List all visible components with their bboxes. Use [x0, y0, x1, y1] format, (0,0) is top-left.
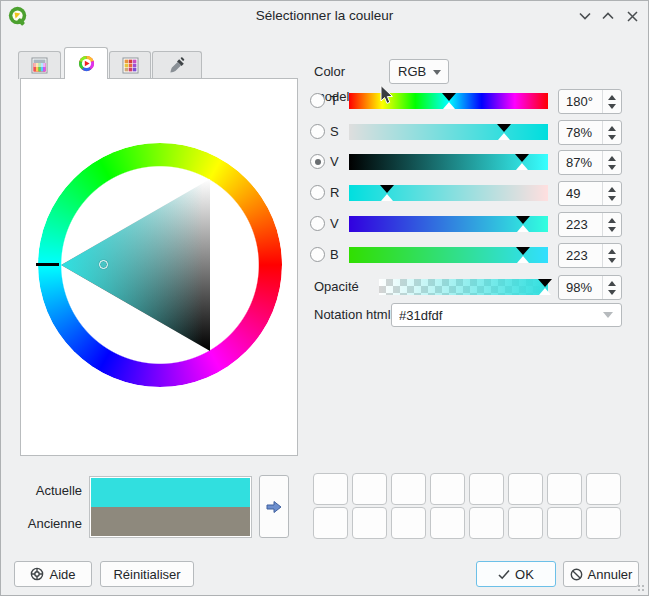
slider-handle[interactable]	[380, 185, 394, 201]
spin-up-icon[interactable]	[608, 126, 616, 131]
color-model-dropdown[interactable]: RGB	[389, 59, 449, 84]
sv-selector-circle[interactable]	[99, 260, 108, 269]
red-slider[interactable]	[349, 185, 548, 201]
palette-swatch[interactable]	[469, 507, 504, 539]
radio-hue[interactable]	[310, 93, 325, 108]
palette-swatch[interactable]	[586, 473, 621, 505]
notation-input[interactable]	[392, 304, 592, 326]
tab-color-sampler[interactable]	[152, 51, 202, 79]
radio-red[interactable]	[310, 185, 325, 200]
chevron-down-icon	[433, 70, 441, 75]
spin-down-icon[interactable]	[608, 165, 616, 170]
palette-swatch[interactable]	[352, 507, 387, 539]
cancel-button[interactable]: Annuler	[563, 561, 639, 587]
spin-up-icon[interactable]	[608, 95, 616, 100]
radio-blue[interactable]	[310, 247, 325, 262]
resize-grip[interactable]	[638, 585, 646, 593]
window-close-button[interactable]	[623, 7, 641, 25]
reset-button-label: Réinitialiser	[113, 567, 180, 582]
window-shade-button[interactable]	[576, 7, 594, 25]
spin-up-icon[interactable]	[608, 249, 616, 254]
apply-color-button[interactable]	[259, 475, 289, 538]
tab-color-wheel[interactable]	[64, 47, 108, 79]
help-button[interactable]: Aide	[14, 561, 92, 587]
window-maximize-button[interactable]	[599, 7, 617, 25]
blue-spinbox[interactable]	[558, 243, 622, 268]
hue-value-input[interactable]	[559, 90, 601, 113]
palette-swatch[interactable]	[508, 473, 543, 505]
palette-swatch[interactable]	[391, 507, 426, 539]
spin-up-icon[interactable]	[608, 218, 616, 223]
slider-row-hue: T	[308, 93, 624, 110]
palette-swatch[interactable]	[430, 507, 465, 539]
blue-value-input[interactable]	[559, 244, 601, 267]
value-value-input[interactable]	[559, 151, 601, 174]
tab-color-box[interactable]	[18, 51, 61, 79]
value-spinbox[interactable]	[558, 150, 622, 175]
spin-down-icon[interactable]	[608, 227, 616, 232]
hue-spinbox[interactable]	[558, 89, 622, 114]
opacity-value-input[interactable]	[559, 276, 601, 299]
spin-up-icon[interactable]	[608, 187, 616, 192]
palette-swatch[interactable]	[391, 473, 426, 505]
radio-green[interactable]	[310, 216, 325, 231]
value-slider[interactable]	[349, 154, 548, 170]
color-wheel-panel	[20, 78, 298, 456]
radio-value[interactable]	[310, 154, 325, 169]
palette-swatch[interactable]	[469, 473, 504, 505]
spin-down-icon[interactable]	[608, 290, 616, 295]
spin-down-icon[interactable]	[608, 104, 616, 109]
ok-button[interactable]: OK	[476, 561, 556, 587]
green-value-input[interactable]	[559, 213, 601, 236]
current-previous-box	[89, 476, 252, 538]
titlebar[interactable]: Sélectionner la couleur	[1, 1, 648, 31]
spin-up-icon[interactable]	[608, 156, 616, 161]
slider-handle[interactable]	[442, 93, 456, 109]
saturation-value-input[interactable]	[559, 121, 601, 144]
spin-up-icon[interactable]	[608, 281, 616, 286]
spin-down-icon[interactable]	[608, 135, 616, 140]
notation-row: Notation html	[308, 303, 624, 327]
chevron-down-icon	[603, 312, 613, 318]
palette-swatch[interactable]	[508, 507, 543, 539]
radio-saturation[interactable]	[310, 124, 325, 139]
cancel-icon	[570, 568, 583, 581]
opacity-slider[interactable]	[379, 279, 548, 295]
palette-swatch[interactable]	[547, 507, 582, 539]
reset-button[interactable]: Réinitialiser	[100, 561, 194, 587]
spin-down-icon[interactable]	[608, 196, 616, 201]
palette-grid	[313, 473, 621, 539]
slider-handle[interactable]	[516, 247, 530, 263]
palette-swatch[interactable]	[352, 473, 387, 505]
saturation-spinbox[interactable]	[558, 120, 622, 145]
slider-handle[interactable]	[497, 124, 511, 140]
palette-swatch[interactable]	[313, 507, 348, 539]
tab-color-swatches[interactable]	[109, 51, 151, 79]
slider-label: B	[330, 247, 346, 263]
slider-row-green: V	[308, 216, 624, 233]
previous-label: Ancienne	[11, 516, 82, 531]
hue-slider[interactable]	[349, 93, 548, 109]
current-label: Actuelle	[11, 483, 82, 498]
slider-handle[interactable]	[516, 216, 530, 232]
opacity-spinbox[interactable]	[558, 275, 622, 300]
cancel-button-label: Annuler	[588, 567, 633, 582]
help-icon	[30, 567, 44, 581]
spin-down-icon[interactable]	[608, 258, 616, 263]
blue-slider[interactable]	[349, 247, 548, 263]
green-spinbox[interactable]	[558, 212, 622, 237]
opacity-handle[interactable]	[538, 279, 552, 295]
saturation-slider[interactable]	[349, 124, 548, 140]
palette-swatch[interactable]	[430, 473, 465, 505]
red-value-input[interactable]	[559, 182, 601, 205]
slider-label: V	[330, 216, 346, 232]
color-model-value: RGB	[398, 64, 426, 79]
slider-handle[interactable]	[515, 154, 529, 170]
color-wheel-icon	[78, 55, 95, 72]
palette-swatch[interactable]	[586, 507, 621, 539]
notation-field[interactable]	[391, 303, 622, 327]
green-slider[interactable]	[349, 216, 548, 232]
red-spinbox[interactable]	[558, 181, 622, 206]
palette-swatch[interactable]	[547, 473, 582, 505]
palette-swatch[interactable]	[313, 473, 348, 505]
